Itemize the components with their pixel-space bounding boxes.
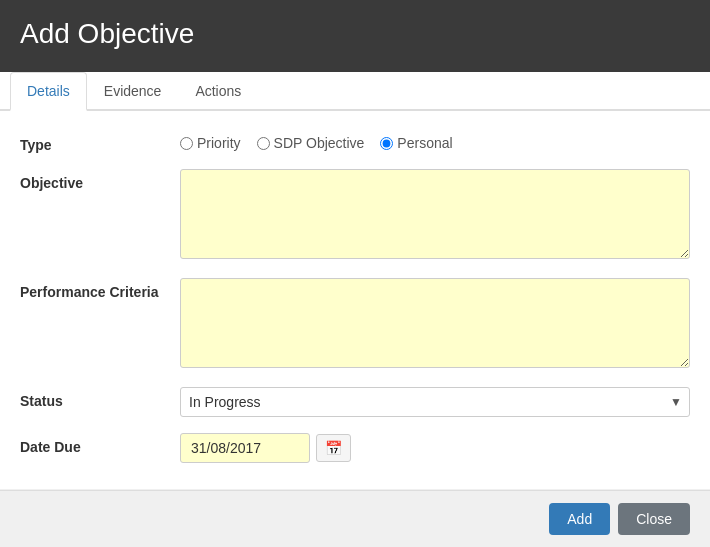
close-button[interactable]: Close [618, 503, 690, 535]
type-control: Priority SDP Objective Personal [180, 131, 690, 151]
objective-textarea[interactable] [180, 169, 690, 259]
performance-criteria-control [180, 278, 690, 371]
objective-control [180, 169, 690, 262]
tab-evidence[interactable]: Evidence [87, 72, 179, 111]
radio-sdp[interactable]: SDP Objective [257, 135, 365, 151]
status-control: In Progress Not Started Completed ▼ [180, 387, 690, 417]
calendar-button[interactable]: 📅 [316, 434, 351, 462]
performance-criteria-textarea[interactable] [180, 278, 690, 368]
objective-row: Objective [20, 169, 690, 262]
date-due-input[interactable] [180, 433, 310, 463]
add-button[interactable]: Add [549, 503, 610, 535]
modal-body: Details Evidence Actions Type Priority S… [0, 72, 710, 489]
performance-criteria-row: Performance Criteria [20, 278, 690, 371]
performance-criteria-label: Performance Criteria [20, 278, 180, 300]
radio-personal-label: Personal [397, 135, 452, 151]
type-row: Type Priority SDP Objective Personal [20, 131, 690, 153]
date-due-control: 📅 [180, 433, 690, 463]
objective-label: Objective [20, 169, 180, 191]
tab-actions[interactable]: Actions [178, 72, 258, 111]
form-area: Type Priority SDP Objective Personal [0, 111, 710, 489]
type-label: Type [20, 131, 180, 153]
radio-priority-label: Priority [197, 135, 241, 151]
status-select[interactable]: In Progress Not Started Completed [180, 387, 690, 417]
date-due-row: Date Due 📅 [20, 433, 690, 463]
date-due-label: Date Due [20, 433, 180, 455]
page-title: Add Objective [20, 18, 690, 50]
footer: Add Close [0, 490, 710, 547]
radio-priority-input[interactable] [180, 137, 193, 150]
radio-personal[interactable]: Personal [380, 135, 452, 151]
calendar-icon: 📅 [325, 440, 342, 456]
radio-personal-input[interactable] [380, 137, 393, 150]
radio-priority[interactable]: Priority [180, 135, 241, 151]
type-radio-group: Priority SDP Objective Personal [180, 131, 690, 151]
radio-sdp-label: SDP Objective [274, 135, 365, 151]
status-label: Status [20, 387, 180, 409]
status-select-wrapper: In Progress Not Started Completed ▼ [180, 387, 690, 417]
status-row: Status In Progress Not Started Completed… [20, 387, 690, 417]
tab-details[interactable]: Details [10, 72, 87, 111]
date-input-group: 📅 [180, 433, 690, 463]
radio-sdp-input[interactable] [257, 137, 270, 150]
page-header: Add Objective [0, 0, 710, 72]
tab-bar: Details Evidence Actions [0, 72, 710, 111]
